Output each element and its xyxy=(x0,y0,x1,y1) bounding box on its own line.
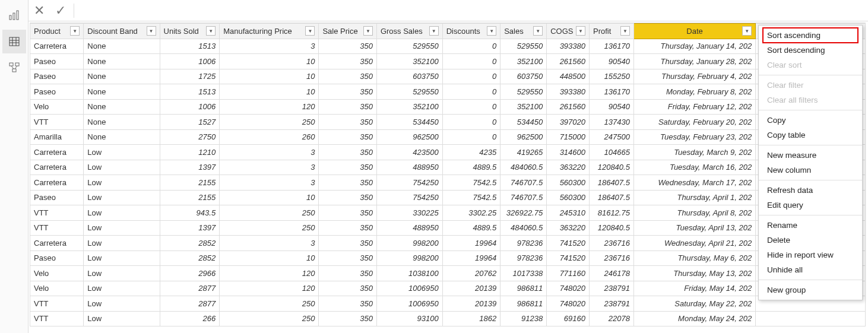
cell-discband[interactable]: Low xyxy=(84,160,160,175)
cell-date[interactable]: Thursday, January 28, 202 xyxy=(633,54,755,69)
cell-sales[interactable]: 746707.5 xyxy=(500,190,547,205)
cell-cogs[interactable]: 448500 xyxy=(547,69,590,84)
cell-date[interactable]: Thursday, May 13, 202 xyxy=(633,266,755,281)
cell-sales[interactable]: 986811 xyxy=(500,281,547,296)
ctx-copy-table[interactable]: Copy table xyxy=(759,128,862,142)
cell-profit[interactable]: 136170 xyxy=(590,84,634,100)
cell-mfg[interactable]: 10 xyxy=(220,69,319,84)
table-row[interactable]: VeloNone10061203503521000352100261560905… xyxy=(30,99,866,115)
cell-date[interactable]: Friday, May 14, 202 xyxy=(633,281,755,296)
cell-cogs[interactable]: 245310 xyxy=(547,205,590,221)
cell-sales[interactable]: 746707.5 xyxy=(500,175,547,191)
formula-input[interactable] xyxy=(74,4,868,18)
cell-sales[interactable]: 1017338 xyxy=(500,266,547,281)
cell-mfg[interactable]: 250 xyxy=(220,205,319,221)
cell-sale[interactable]: 350 xyxy=(319,311,376,326)
cell-profit[interactable]: 246178 xyxy=(590,266,634,281)
cell-discband[interactable]: None xyxy=(84,39,160,54)
cell-sales[interactable]: 484060.5 xyxy=(500,160,547,175)
column-filter-button[interactable]: ▼ xyxy=(70,26,80,36)
cell-gross[interactable]: 1038100 xyxy=(376,266,442,281)
cell-sale[interactable]: 350 xyxy=(319,266,376,281)
cell-units[interactable]: 1006 xyxy=(160,54,220,69)
cell-sales[interactable]: 352100 xyxy=(500,99,547,115)
column-header-product[interactable]: Product▼ xyxy=(30,24,84,39)
data-view-button[interactable] xyxy=(2,30,26,53)
cell-cogs[interactable]: 748020 xyxy=(547,296,590,312)
cell-gross[interactable]: 1006950 xyxy=(376,296,442,312)
cell-units[interactable]: 1527 xyxy=(160,115,220,130)
cell-mfg[interactable]: 250 xyxy=(220,115,319,130)
cell-sale[interactable]: 350 xyxy=(319,115,376,130)
cell-units[interactable]: 1513 xyxy=(160,84,220,100)
ctx-copy[interactable]: Copy xyxy=(759,113,862,128)
cell-gross[interactable]: 488950 xyxy=(376,220,442,236)
cell-cogs[interactable]: 748020 xyxy=(547,281,590,296)
cell-gross[interactable]: 529550 xyxy=(376,84,442,100)
cell-discband[interactable]: Low xyxy=(84,296,160,312)
cell-mfg[interactable]: 250 xyxy=(220,296,319,312)
cell-cogs[interactable]: 397020 xyxy=(547,115,590,130)
cell-profit[interactable]: 90540 xyxy=(590,99,634,115)
column-header-units[interactable]: Units Sold▼ xyxy=(160,24,220,39)
cell-sale[interactable]: 350 xyxy=(319,84,376,100)
cell-cogs[interactable]: 741520 xyxy=(547,250,590,266)
cell-sales[interactable]: 529550 xyxy=(500,39,547,54)
cell-profit[interactable]: 236716 xyxy=(590,236,634,251)
cell-units[interactable]: 943.5 xyxy=(160,205,220,221)
cell-disc[interactable]: 0 xyxy=(442,54,500,69)
cell-disc[interactable]: 20762 xyxy=(442,266,500,281)
cell-date[interactable]: Monday, February 8, 202 xyxy=(633,84,755,100)
cell-gross[interactable]: 352100 xyxy=(376,54,442,69)
cell-profit[interactable]: 90540 xyxy=(590,54,634,69)
cell-cogs[interactable]: 771160 xyxy=(547,266,590,281)
cell-discband[interactable]: Low xyxy=(84,205,160,221)
table-row[interactable]: VTTLow13972503504889504889.5484060.53632… xyxy=(30,220,866,236)
cell-product[interactable]: VTT xyxy=(30,205,84,221)
cell-date[interactable]: Thursday, April 8, 202 xyxy=(633,205,755,221)
cell-date[interactable]: Saturday, May 22, 202 xyxy=(633,296,755,312)
cell-cogs[interactable]: 560300 xyxy=(547,190,590,205)
column-filter-button[interactable]: ▼ xyxy=(487,26,496,36)
cell-disc[interactable]: 19964 xyxy=(442,236,500,251)
column-filter-button[interactable]: ▼ xyxy=(147,26,156,36)
table-row[interactable]: VTTLow266250350931001862912386916022078M… xyxy=(30,311,866,326)
cell-cogs[interactable]: 393380 xyxy=(547,39,590,54)
cell-sale[interactable]: 350 xyxy=(319,281,376,296)
cell-date[interactable]: Tuesday, April 13, 202 xyxy=(633,220,755,236)
cell-profit[interactable]: 236716 xyxy=(590,250,634,266)
cell-units[interactable]: 1210 xyxy=(160,145,220,160)
cell-mfg[interactable]: 260 xyxy=(220,129,319,145)
cell-date[interactable]: Wednesday, April 21, 202 xyxy=(633,236,755,251)
cell-gross[interactable]: 529550 xyxy=(376,39,442,54)
cell-disc[interactable]: 7542.5 xyxy=(442,190,500,205)
table-row[interactable]: PaseoNone1725103506037500603750448500155… xyxy=(30,69,866,84)
cell-product[interactable]: Carretera xyxy=(30,160,84,175)
column-filter-button[interactable]: ▼ xyxy=(533,26,543,36)
column-filter-button[interactable]: ▼ xyxy=(429,26,439,36)
cell-date[interactable]: Wednesday, March 17, 202 xyxy=(633,175,755,191)
cell-date[interactable]: Tuesday, March 9, 202 xyxy=(633,145,755,160)
cell-discband[interactable]: Low xyxy=(84,220,160,236)
cell-mfg[interactable]: 3 xyxy=(220,39,319,54)
table-row[interactable]: PaseoNone1006103503521000352100261560905… xyxy=(30,54,866,69)
cell-mfg[interactable]: 120 xyxy=(220,266,319,281)
cell-sale[interactable]: 350 xyxy=(319,236,376,251)
column-filter-button[interactable]: ▼ xyxy=(576,26,585,36)
cell-profit[interactable]: 136170 xyxy=(590,39,634,54)
cell-disc[interactable]: 0 xyxy=(442,69,500,84)
cell-product[interactable]: Velo xyxy=(30,281,84,296)
cell-sales[interactable]: 962500 xyxy=(500,129,547,145)
cell-product[interactable]: VTT xyxy=(30,220,84,236)
cell-sales[interactable]: 419265 xyxy=(500,145,547,160)
cell-mfg[interactable]: 3 xyxy=(220,160,319,175)
cell-mfg[interactable]: 120 xyxy=(220,281,319,296)
cell-date[interactable]: Tuesday, February 23, 202 xyxy=(633,129,755,145)
cell-cogs[interactable]: 715000 xyxy=(547,129,590,145)
cell-units[interactable]: 2155 xyxy=(160,175,220,191)
cell-cogs[interactable]: 393380 xyxy=(547,84,590,100)
cell-disc[interactable]: 20139 xyxy=(442,296,500,312)
cell-discband[interactable]: None xyxy=(84,115,160,130)
report-view-button[interactable] xyxy=(2,4,26,27)
ctx-unhide-all[interactable]: Unhide all xyxy=(759,262,862,277)
